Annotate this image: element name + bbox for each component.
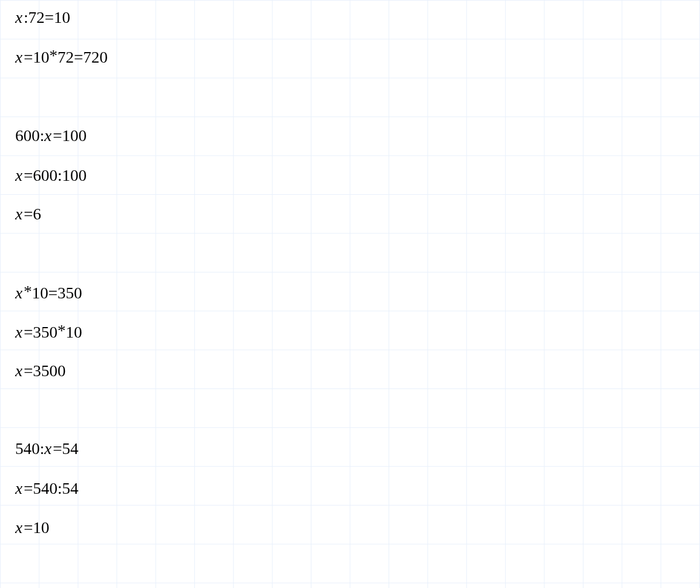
variable-x: x	[15, 284, 22, 302]
number: 10	[33, 48, 49, 67]
equals-op: =	[23, 205, 33, 223]
number: 10	[66, 323, 82, 342]
number: 3500	[33, 362, 66, 380]
number: 600	[15, 126, 40, 145]
variable-x: x	[15, 479, 22, 498]
equals-op: =	[23, 518, 33, 537]
equals-op: =	[48, 284, 57, 302]
number: 720	[83, 48, 108, 67]
equals-op: =	[23, 479, 33, 498]
multiply-op: *	[23, 282, 32, 301]
equals-op: =	[23, 166, 33, 185]
equation-line-10: x = 540 : 54	[15, 478, 78, 499]
equation-line-6: x * 10 = 350	[15, 283, 82, 304]
equals-op: =	[23, 48, 33, 67]
equation-line-11: x = 10	[15, 517, 49, 538]
variable-x: x	[15, 518, 22, 537]
equals-op: =	[53, 439, 62, 458]
number: 350	[57, 284, 82, 302]
equals-op: =	[23, 323, 33, 342]
number: 600	[33, 166, 57, 185]
multiply-op: *	[57, 321, 66, 340]
variable-x: x	[44, 126, 52, 145]
equation-line-3: 600 : x = 100	[15, 125, 87, 146]
colon-op: :	[40, 439, 44, 458]
number: 72	[57, 48, 74, 67]
variable-x: x	[15, 166, 22, 185]
equation-line-7: x = 350 * 10	[15, 322, 82, 343]
colon-op: :	[57, 166, 62, 185]
variable-x: x	[15, 48, 22, 67]
equation-line-2: x = 10 * 72 = 720	[15, 47, 108, 68]
colon-op: :	[57, 479, 62, 498]
number: 72	[28, 8, 44, 27]
equals-op: =	[23, 362, 33, 380]
multiply-op: *	[49, 46, 57, 65]
number: 540	[15, 439, 40, 458]
variable-x: x	[44, 439, 52, 458]
equation-line-5: x = 6	[15, 204, 41, 225]
equation-line-9: 540 : x = 54	[15, 438, 78, 459]
variable-x: x	[15, 323, 22, 342]
number: 10	[32, 284, 48, 302]
equation-line-1: x : 72 = 10	[15, 7, 70, 28]
number: 100	[62, 166, 87, 185]
number: 6	[33, 205, 41, 223]
number: 350	[33, 323, 57, 342]
variable-x: x	[15, 362, 22, 380]
number: 540	[33, 479, 57, 498]
number: 54	[62, 479, 78, 498]
variable-x: x	[15, 205, 22, 223]
equals-op: =	[44, 8, 54, 27]
number: 100	[62, 126, 87, 145]
equation-line-4: x = 600 : 100	[15, 165, 87, 186]
equals-op: =	[53, 126, 62, 145]
variable-x: x	[15, 8, 22, 27]
colon-op: :	[23, 8, 28, 27]
equals-op: =	[74, 48, 83, 67]
colon-op: :	[40, 126, 44, 145]
number: 10	[54, 8, 70, 27]
number: 10	[33, 518, 49, 537]
number: 54	[62, 439, 78, 458]
equation-line-8: x = 3500	[15, 360, 66, 381]
